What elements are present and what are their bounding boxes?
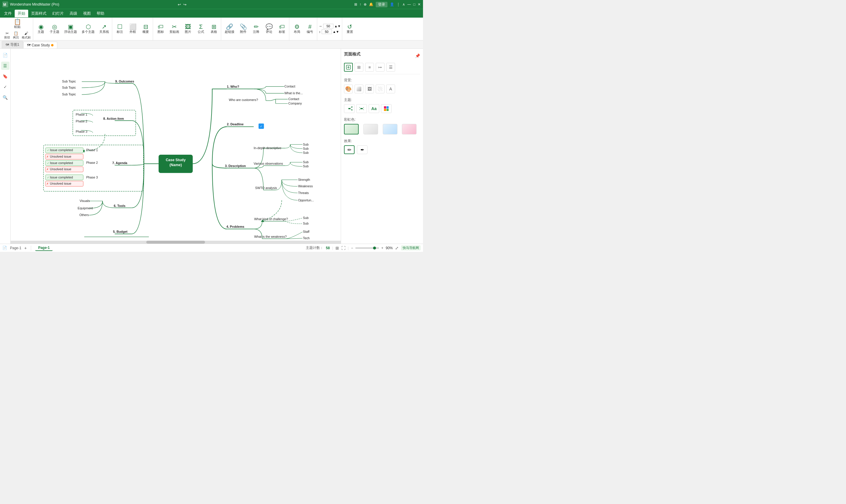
node-4-problems[interactable]: 4. Problems (227, 225, 244, 228)
format-painter-btn[interactable]: 🖌格式刷 (21, 31, 32, 40)
current-page-tab[interactable]: Page-1 (35, 245, 53, 251)
sub-swto[interactable]: SWTO analysis (255, 186, 277, 190)
canvas-scrollbar[interactable] (11, 241, 341, 244)
sub-tech[interactable]: Tech (303, 236, 310, 240)
reset-btn[interactable]: ↺ 重置 (344, 23, 356, 35)
color-preset-4[interactable] (402, 124, 417, 134)
unsolved-issue-2[interactable]: Unsolved issue (50, 167, 71, 171)
color-preset-2[interactable] (363, 124, 378, 134)
sub-strength[interactable]: Strength (298, 178, 310, 181)
sub-sub-2[interactable]: Sub (303, 147, 309, 150)
comment-btn[interactable]: 💬 评论 (263, 23, 275, 35)
icon-btn[interactable]: 🏷 图标 (155, 23, 166, 35)
statusbar-zoom-slider[interactable] (355, 248, 379, 249)
statusbar-zoom-minus[interactable]: − (351, 246, 353, 250)
side-nav-task-icon[interactable]: ✓ (1, 83, 10, 91)
clipart-btn[interactable]: ✂ 剪贴画 (168, 23, 181, 35)
statusbar-page-icon[interactable]: 📄 (2, 246, 7, 250)
sub-company[interactable]: Company (288, 102, 302, 105)
sub-various[interactable]: Various observations (254, 162, 283, 165)
panel-icon-align[interactable]: ≡ (365, 63, 374, 72)
cut-btn[interactable]: ✂剪切 (3, 31, 11, 40)
sub-staff[interactable]: Staff (303, 230, 310, 233)
node-1-who[interactable]: 1. Who? (227, 85, 239, 88)
sub-what-is[interactable]: What is the... (284, 91, 303, 95)
sub-visuals[interactable]: Visuals (80, 199, 90, 202)
summary-btn[interactable]: ⊟ 概要 (140, 23, 152, 35)
node-8-action-item[interactable]: 8. Action item (103, 117, 124, 120)
sub-subtopic-1[interactable]: Sub Topic (62, 79, 76, 83)
width-input[interactable] (323, 24, 333, 29)
sub-weakness[interactable]: Weakness (298, 184, 313, 188)
node-7-agenda[interactable]: 7. Agenda (112, 161, 127, 165)
close-btn[interactable]: ✕ (418, 2, 421, 6)
mark-btn[interactable]: ☐ 标注 (114, 23, 126, 35)
numbering-btn[interactable]: # 编号 (304, 23, 316, 35)
panel-bg-gradient-btn[interactable] (355, 85, 363, 93)
sub-contact-2[interactable]: Contact (288, 97, 299, 101)
topic-btn[interactable]: ◉ 主题 (35, 23, 47, 35)
paste-btn[interactable]: 📋 粘贴 (12, 18, 23, 30)
effect-pencil-btn[interactable]: ✏ (344, 145, 355, 154)
agenda-phase1-label[interactable]: Phase 1 (86, 148, 98, 152)
side-nav-search-icon[interactable]: 🔍 (1, 93, 10, 102)
panel-icon-layout-grid[interactable]: ⊞ (355, 63, 363, 72)
panel-bg-pattern-btn[interactable] (376, 85, 385, 93)
unsolved-issue-3[interactable]: Unsolved issue (50, 182, 71, 185)
image-btn[interactable]: 🖼 图片 (182, 23, 194, 35)
copy-btn[interactable]: 📋拷贝 (12, 31, 20, 40)
statusbar-expand-icon[interactable]: ⤢ (395, 246, 399, 250)
agenda-phase2-label[interactable]: Phase 2 (86, 161, 98, 164)
agenda-phase3-label[interactable]: Phase 3 (86, 176, 98, 179)
sub-sub-4[interactable]: Sub (303, 160, 309, 164)
sub-contact-1[interactable]: Contact (284, 85, 295, 88)
minimize-btn[interactable]: — (407, 2, 411, 6)
scroll-thumb[interactable] (146, 241, 205, 244)
panel-bg-text-btn[interactable]: A (386, 85, 395, 93)
sub-sub-5[interactable]: Sub (303, 164, 309, 168)
panel-theme-layout2[interactable] (356, 104, 367, 113)
sub-subtopic-3[interactable]: Sub Topic (62, 92, 76, 96)
sub-sub-3[interactable]: Sub (303, 151, 309, 155)
node-5-budget[interactable]: 5. Budget (113, 230, 128, 233)
sub-sub-p1[interactable]: Sub (303, 216, 309, 219)
hyperlink-btn[interactable]: 🔗 超链接 (223, 23, 236, 35)
issue-completed-1[interactable]: Issue completed (50, 148, 73, 152)
table-btn[interactable]: ⊞ 表格 (208, 23, 220, 35)
float-topic-btn[interactable]: ▣ 浮动主题 (62, 23, 79, 35)
panel-icon-indent[interactable]: ↦ (376, 63, 385, 72)
panel-bg-image-btn[interactable]: 🖼 (365, 85, 374, 93)
menu-file[interactable]: 文件 (1, 10, 15, 17)
frame-btn[interactable]: ⬜ 外框 (127, 23, 139, 35)
side-nav-outline-icon[interactable]: ☰ (1, 62, 10, 70)
sub-indepth[interactable]: In-depth descriptive (254, 146, 281, 150)
multi-topic-btn[interactable]: ⬡ 多个主题 (80, 23, 96, 35)
action-phase2[interactable]: Phase 2 (76, 120, 88, 123)
issue-completed-3[interactable]: Issue completed (50, 176, 73, 179)
menu-page-style[interactable]: 页面样式 (28, 10, 49, 17)
sub-sub-1[interactable]: Sub (303, 143, 309, 146)
sub-challenge[interactable]: What kind of challenge? (254, 217, 288, 221)
sub-weakness-prob[interactable]: What is the weakness? (254, 235, 287, 238)
node-6-tools[interactable]: 6. Tools (114, 204, 125, 208)
issue-completed-2[interactable]: Issue completed (50, 161, 73, 165)
menu-advanced[interactable]: 高级 (67, 10, 80, 17)
color-preset-3[interactable] (383, 124, 398, 134)
statusbar-add-page-btn[interactable]: + (24, 246, 27, 250)
statusbar-page-label[interactable]: Page-1 (10, 246, 21, 250)
effect-pen-btn[interactable]: ✒ (357, 145, 368, 154)
height-input[interactable] (322, 29, 332, 34)
panel-icon-styles[interactable] (344, 63, 353, 72)
sub-who-are-customers[interactable]: Who are customers? (229, 98, 258, 102)
undo-btn[interactable]: ↩ (177, 2, 182, 7)
relation-btn[interactable]: ↗ 关系线 (98, 23, 111, 35)
panel-theme-layout1[interactable] (344, 104, 355, 113)
attachment-btn[interactable]: 📎 附件 (237, 23, 249, 35)
login-btn[interactable]: 登录 (376, 2, 387, 7)
maximize-btn[interactable]: □ (413, 2, 416, 6)
node-3-description[interactable]: 3. Description (225, 164, 246, 168)
node-2-deadline[interactable]: 2. Deadline (227, 122, 244, 126)
tab-casestudy[interactable]: 🗺 Case Study (23, 42, 57, 49)
menu-view[interactable]: 视图 (80, 10, 94, 17)
side-nav-page-icon[interactable]: 📄 (1, 51, 10, 59)
